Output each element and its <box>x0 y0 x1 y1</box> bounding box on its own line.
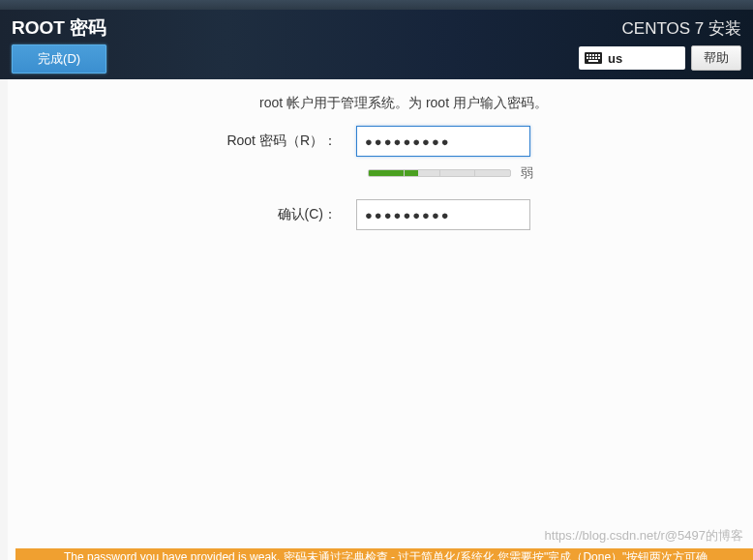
svg-rect-5 <box>598 54 600 56</box>
warning-bar: The password you have provided is weak. … <box>15 548 753 560</box>
svg-rect-4 <box>595 54 597 56</box>
header-toolbar: us 帮助 <box>579 45 741 71</box>
strength-label: 弱 <box>521 164 533 182</box>
svg-rect-7 <box>589 57 591 59</box>
confirm-row: 确认(C)： <box>8 199 753 230</box>
confirm-label: 确认(C)： <box>8 206 343 223</box>
description-text: root 帐户用于管理系统。为 root 用户输入密码。 <box>8 95 753 112</box>
watermark-text: https://blog.csdn.net/r@5497的博客 <box>545 527 743 545</box>
password-label: Root 密码（R）： <box>8 133 343 150</box>
password-strength-meter <box>368 169 511 177</box>
window-topbar <box>0 0 753 10</box>
svg-rect-8 <box>592 57 594 59</box>
svg-rect-1 <box>587 54 588 56</box>
content-area: root 帐户用于管理系统。为 root 用户输入密码。 Root 密码（R）：… <box>8 79 753 560</box>
svg-rect-6 <box>587 57 588 59</box>
header-bar: ROOT 密码 完成(D) CENTOS 7 安装 us 帮助 <box>0 10 753 79</box>
keyboard-layout-text: us <box>608 51 622 66</box>
keyboard-icon <box>585 52 602 64</box>
done-button[interactable]: 完成(D) <box>12 44 106 74</box>
keyboard-layout-indicator[interactable]: us <box>579 46 685 70</box>
installer-title: CENTOS 7 安装 <box>622 17 741 40</box>
strength-row: 弱 <box>8 164 753 182</box>
svg-rect-10 <box>598 57 600 59</box>
svg-rect-11 <box>588 60 598 62</box>
root-password-input[interactable] <box>356 126 530 157</box>
svg-rect-2 <box>589 54 591 56</box>
header-left: ROOT 密码 完成(D) <box>12 10 106 74</box>
password-row: Root 密码（R）： <box>8 126 753 157</box>
confirm-password-input[interactable] <box>356 199 530 230</box>
strength-segments <box>369 170 510 176</box>
page-title: ROOT 密码 <box>12 15 106 41</box>
svg-rect-3 <box>592 54 594 56</box>
header-right: CENTOS 7 安装 us 帮助 <box>579 10 741 71</box>
help-button[interactable]: 帮助 <box>691 45 741 71</box>
svg-rect-9 <box>595 57 597 59</box>
